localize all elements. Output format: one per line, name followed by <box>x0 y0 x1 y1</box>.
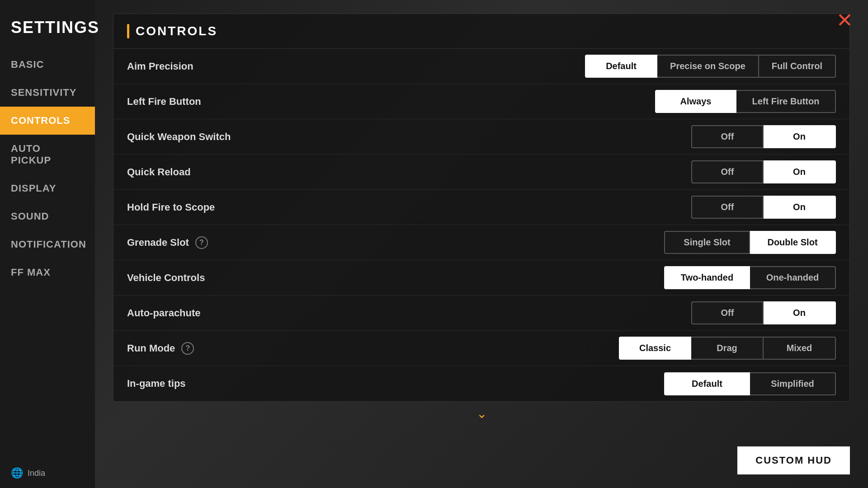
sidebar-item-controls[interactable]: CONTROLS <box>0 107 95 135</box>
in-game-tips-label: In-game tips <box>127 378 664 389</box>
left-fire-always[interactable]: Always <box>655 90 736 113</box>
close-button[interactable]: ✕ <box>832 7 857 33</box>
panel-accent <box>127 24 129 38</box>
quick-weapon-off[interactable]: Off <box>691 125 764 148</box>
aim-precision-default[interactable]: Default <box>585 55 657 78</box>
left-fire-text: Left Fire Button <box>127 96 201 108</box>
in-game-tips-text: In-game tips <box>127 378 186 389</box>
aim-precision-text: Aim Precision <box>127 61 193 72</box>
quick-weapon-text: Quick Weapon Switch <box>127 131 231 143</box>
vehicle-controls-label: Vehicle Controls <box>127 272 664 284</box>
run-mode-mixed[interactable]: Mixed <box>764 337 836 360</box>
quick-weapon-label: Quick Weapon Switch <box>127 131 691 143</box>
in-game-tips-options: Default Simplified <box>664 372 836 395</box>
quick-reload-label: Quick Reload <box>127 166 691 178</box>
auto-parachute-on[interactable]: On <box>764 301 836 324</box>
setting-quick-weapon-switch: Quick Weapon Switch Off On <box>113 119 849 155</box>
sidebar-footer: 🌐 India <box>0 458 95 488</box>
custom-hud-button[interactable]: CUSTOM HUD <box>737 446 850 474</box>
auto-parachute-label: Auto-parachute <box>127 307 691 319</box>
quick-weapon-options: Off On <box>691 125 836 148</box>
grenade-slot-text: Grenade Slot <box>127 237 189 249</box>
quick-reload-off[interactable]: Off <box>691 160 764 183</box>
region-label: India <box>28 469 45 478</box>
vehicle-controls-text: Vehicle Controls <box>127 272 205 284</box>
run-mode-drag[interactable]: Drag <box>691 337 764 360</box>
setting-auto-parachute: Auto-parachute Off On <box>113 296 849 331</box>
aim-precision-label: Aim Precision <box>127 61 585 72</box>
grenade-slot-options: Single Slot Double Slot <box>664 231 836 254</box>
left-fire-label: Left Fire Button <box>127 96 655 108</box>
left-fire-button-opt[interactable]: Left Fire Button <box>736 90 836 113</box>
hold-fire-text: Hold Fire to Scope <box>127 202 215 213</box>
grenade-help-icon[interactable]: ? <box>195 236 208 249</box>
sidebar-item-display[interactable]: DISPLAY <box>0 174 95 202</box>
grenade-single[interactable]: Single Slot <box>664 231 750 254</box>
main-content: CONTROLS Aim Precision Default Precise o… <box>95 0 868 488</box>
auto-parachute-off[interactable]: Off <box>691 301 764 324</box>
hold-fire-off[interactable]: Off <box>691 196 764 219</box>
run-mode-label: Run Mode ? <box>127 342 619 355</box>
hold-fire-options: Off On <box>691 196 836 219</box>
setting-hold-fire-scope: Hold Fire to Scope Off On <box>113 190 849 225</box>
left-fire-options: Always Left Fire Button <box>655 90 836 113</box>
vehicle-one-handed[interactable]: One-handed <box>750 266 836 289</box>
quick-reload-options: Off On <box>691 160 836 183</box>
setting-aim-precision: Aim Precision Default Precise on Scope F… <box>113 49 849 84</box>
vehicle-two-handed[interactable]: Two-handed <box>664 266 750 289</box>
setting-vehicle-controls: Vehicle Controls Two-handed One-handed <box>113 260 849 296</box>
chevron-down-icon: ⌄ <box>476 406 487 421</box>
setting-run-mode: Run Mode ? Classic Drag Mixed <box>113 331 849 366</box>
app-title: SETTINGS <box>0 9 95 51</box>
tips-default[interactable]: Default <box>664 372 750 395</box>
aim-precision-options: Default Precise on Scope Full Control <box>585 55 836 78</box>
settings-panel: CONTROLS Aim Precision Default Precise o… <box>113 14 850 402</box>
scroll-indicator: ⌄ <box>113 402 850 426</box>
aim-precision-full[interactable]: Full Control <box>759 55 836 78</box>
setting-left-fire-button: Left Fire Button Always Left Fire Button <box>113 84 849 119</box>
setting-quick-reload: Quick Reload Off On <box>113 155 849 190</box>
run-mode-classic[interactable]: Classic <box>619 337 691 360</box>
vehicle-controls-options: Two-handed One-handed <box>664 266 836 289</box>
quick-weapon-on[interactable]: On <box>764 125 836 148</box>
grenade-slot-label: Grenade Slot ? <box>127 236 664 249</box>
sidebar-item-auto-pickup[interactable]: AUTO PICKUP <box>0 135 95 174</box>
grenade-double[interactable]: Double Slot <box>750 231 836 254</box>
setting-grenade-slot: Grenade Slot ? Single Slot Double Slot <box>113 225 849 260</box>
setting-in-game-tips: In-game tips Default Simplified <box>113 366 849 401</box>
run-mode-options: Classic Drag Mixed <box>619 337 836 360</box>
sidebar-item-basic[interactable]: BASIC <box>0 51 95 79</box>
panel-title: CONTROLS <box>136 24 217 38</box>
sidebar-item-ff-max[interactable]: FF MAX <box>0 258 95 286</box>
sidebar-item-sensitivity[interactable]: SENSITIVITY <box>0 79 95 107</box>
quick-reload-text: Quick Reload <box>127 166 191 178</box>
sidebar-item-notification[interactable]: NOTIFICATION <box>0 230 95 258</box>
sidebar: SETTINGS BASIC SENSITIVITY CONTROLS AUTO… <box>0 0 95 488</box>
globe-icon: 🌐 <box>11 467 23 479</box>
quick-reload-on[interactable]: On <box>764 160 836 183</box>
run-mode-help-icon[interactable]: ? <box>181 342 194 355</box>
panel-header: CONTROLS <box>113 14 849 49</box>
sidebar-item-sound[interactable]: SOUND <box>0 202 95 230</box>
auto-parachute-options: Off On <box>691 301 836 324</box>
tips-simplified[interactable]: Simplified <box>750 372 836 395</box>
run-mode-text: Run Mode <box>127 343 175 354</box>
hold-fire-on[interactable]: On <box>764 196 836 219</box>
auto-parachute-text: Auto-parachute <box>127 307 201 319</box>
aim-precision-precise[interactable]: Precise on Scope <box>657 55 759 78</box>
hold-fire-label: Hold Fire to Scope <box>127 202 691 213</box>
